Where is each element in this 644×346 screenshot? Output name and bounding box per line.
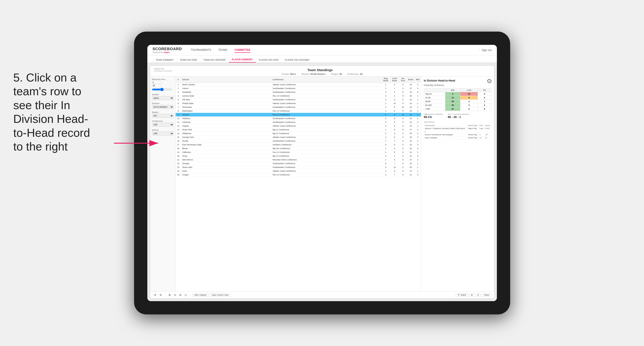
toolbar-btn-2[interactable]: ⊡ — [173, 293, 177, 297]
filter-gender: Gender: Men's — [282, 73, 296, 75]
tournament-row: 1 — [424, 130, 491, 133]
filter-conference-label: Conference: — [347, 73, 359, 75]
main-nav: TOURNAMENTS TEAMS COMMITTEE — [191, 47, 479, 53]
table-area: # School Conference Reg Rank Conf Rank N… — [176, 76, 421, 291]
school-filter-select[interactable]: (All) — [152, 132, 174, 136]
tournament-table: Tournament Event Type Pos Score Jackson … — [424, 124, 491, 139]
table-row[interactable]: 22 Georgia Southeastern Conference 8 7 9… — [176, 162, 421, 166]
table-row[interactable]: 1 North Carolina Atlantic Coast Conferen… — [176, 83, 421, 87]
tablet-screen: SCOREBOARD Powered by clippd TOURNAMENTS… — [147, 45, 497, 301]
table-row[interactable]: 18 Illinois Big Ten Conference 1 9 9 25 … — [176, 147, 421, 151]
standings-table: # School Conference Reg Rank Conf Rank N… — [176, 76, 421, 177]
toolbar-separator-2 — [190, 293, 190, 297]
region-filter-label: Region — [152, 111, 174, 113]
h2h-title: In Division Head-to-Head — [424, 79, 455, 82]
redo-button[interactable]: ↻ — [158, 293, 163, 297]
filter-gender-value[interactable]: Men's — [290, 73, 296, 75]
table-row[interactable]: 14 Oklahoma Big 12 Conference 5 9 9 26 2 — [176, 132, 421, 136]
division-filter-select[interactable]: NCAA Division I — [152, 105, 174, 109]
save-custom-view-button[interactable]: Save Custom View — [210, 293, 230, 297]
filter-division-value[interactable]: NCAA Division I — [310, 73, 326, 75]
filter-gender-section: Gender Men's — [152, 93, 174, 100]
toolbar-icon-btn-2[interactable]: ⊡ — [476, 293, 480, 297]
conference-filter-label: Conference — [152, 120, 174, 122]
table-row[interactable]: 5 Ole Miss Southeastern Conference 3 6 9… — [176, 98, 421, 102]
nav-teams[interactable]: TEAMS — [218, 47, 228, 53]
filter-bar: Gender: Men's Division: NCAA Division I … — [150, 72, 494, 76]
h2h-col-loss: Loss — [460, 88, 478, 92]
table-row[interactable]: 21 New Mexico Mountain West Conference 1… — [176, 158, 421, 162]
col-conf-rank: Conf Rank — [390, 76, 399, 83]
toolbar-btn-1[interactable]: ⊞ — [168, 293, 172, 297]
table-row[interactable]: 6 Florida State Atlantic Coast Conferenc… — [176, 102, 421, 105]
min-rounds-label: Minimum Rou... — [152, 78, 174, 80]
filter-min-rounds: Minimum Rou... – — [152, 78, 174, 91]
table-row[interactable]: 25 Oregon Pac-12 Conference 5 7 9 21 0 — [176, 173, 421, 177]
watch-button[interactable]: 👁 Watch — [456, 293, 468, 297]
h2h-grid-row: Top 10 3 13 0 — [424, 92, 491, 96]
view-original-button[interactable]: View: Original — [192, 293, 208, 297]
table-row[interactable]: 12 Virginia Atlantic Coast Conference 3 … — [176, 124, 421, 128]
table-row[interactable]: 10 Alabama Southeastern Conference 5 8 9… — [176, 117, 421, 120]
table-row[interactable]: 8 Washington Pac-12 Conference 2 8 9 23 … — [176, 109, 421, 113]
table-row[interactable]: 19 California Pac-12 Conference 4 8 9 24… — [176, 151, 421, 154]
h2h-panel: In Division Head-to-Head ✕ University of… — [421, 76, 494, 291]
toolbar-btn-4[interactable]: ◷ — [184, 293, 188, 297]
col-no-tour: No Tour — [399, 76, 407, 83]
sub-nav-player-h2h-heatmap[interactable]: PLAYER H2H HEATMAP — [282, 57, 312, 62]
filter-region-value[interactable]: All — [340, 73, 342, 75]
main-body: Update time: 27/03/2024 16:56:26 Team St… — [147, 63, 497, 301]
min-rounds-slider[interactable] — [152, 88, 172, 91]
conference-filter-select[interactable]: (All) — [152, 123, 174, 127]
region-filter-select[interactable]: N/A — [152, 114, 174, 118]
toolbar-icon-btn-1[interactable]: ⊞ — [470, 293, 474, 297]
filter-division-label: Division: — [301, 73, 310, 75]
undo-button[interactable]: ↺ — [153, 293, 157, 297]
table-row[interactable]: 20 Texas Big 12 Conference 3 7 9 20 0 — [176, 154, 421, 158]
tournament-row: Jackson T. Stephens Cup Men's Match-Play… — [424, 127, 491, 130]
tablet-frame: SCOREBOARD Powered by clippd TOURNAMENTS… — [134, 32, 510, 314]
left-filter-panel: Minimum Rou... – Gender Men's — [150, 76, 176, 291]
table-row[interactable]: 3 Vanderbilt Southeastern Conference 3 2… — [176, 90, 421, 94]
table-row[interactable]: 16 Florida Southeastern Conference 7 7 9… — [176, 139, 421, 143]
h2h-col-win: Win — [445, 88, 460, 92]
nav-tournaments[interactable]: TOURNAMENTS — [191, 47, 211, 53]
table-row[interactable]: 13 Texas Tech Big 12 Conference 1 9 9 27… — [176, 128, 421, 132]
col-reg-rank: Reg Rank — [382, 76, 390, 83]
division-filter-label: Division — [152, 102, 174, 105]
sub-nav: TEAM SUMMARY TEAM H2H GRID TEAM H2H HEAT… — [147, 55, 497, 63]
table-row[interactable]: 4 Arizona State Pac-12 Conference 4 3 9 … — [176, 94, 421, 98]
share-button[interactable]: Share — [482, 293, 491, 297]
tournament-row: Arizona Thunderbirds Intercollegiate Str… — [424, 133, 491, 136]
toolbar-btn-3[interactable]: ⊕ — [178, 293, 182, 297]
gender-filter-select[interactable]: Men's — [152, 96, 174, 100]
filter-gender-label: Gender: — [282, 73, 290, 75]
sub-nav-team-h2h-heatmap[interactable]: TEAM H2H HEATMAP — [200, 57, 229, 62]
table-row[interactable]: 23 Texas A&M Southeastern Conference 9 1… — [176, 166, 421, 169]
sign-out-link[interactable]: Sign out — [479, 49, 491, 52]
table-row[interactable]: 7 Tennessee Southeastern Conference 4 6 … — [176, 105, 421, 109]
table-row[interactable]: 2 Auburn Southeastern Conference 2 1 9 2… — [176, 87, 421, 90]
h2h-grid-row: 26-50 25 2 1 — [424, 100, 491, 103]
nav-committee[interactable]: COMMITTEE — [234, 47, 250, 53]
table-row[interactable]: 11 Arkansas Southeastern Conference 6 8 … — [176, 120, 421, 124]
table-row[interactable]: 9 Arizona Pac-12 Conference 5 5 10 23 3 — [176, 113, 421, 117]
min-rounds-max-input[interactable] — [152, 84, 161, 87]
min-rounds-input[interactable] — [152, 81, 161, 84]
toolbar: ↺ ↻ ⊞ ⊡ ⊕ ◷ View: Original Save Custom V… — [150, 291, 494, 298]
tournament-section-label: Tournament — [424, 121, 491, 123]
table-row[interactable]: 24 Duke Atlantic Coast Conference 5 9 9 … — [176, 169, 421, 173]
h2h-grid-row: 11-25 11 8 0 — [424, 96, 491, 100]
filter-conference-section: Conference (All) — [152, 120, 174, 127]
sub-nav-team-summary[interactable]: TEAM SUMMARY — [153, 57, 177, 62]
table-header-row: # School Conference Reg Rank Conf Rank N… — [176, 76, 421, 83]
sub-nav-player-summary[interactable]: PLAYER SUMMARY — [229, 57, 256, 62]
h2h-grid-row: 51-100 20 3 0 — [424, 103, 491, 107]
table-row[interactable]: 15 Georgia Tech Atlantic Coast Conferenc… — [176, 136, 421, 139]
h2h-close-button[interactable]: ✕ — [487, 79, 491, 83]
filter-conference-value[interactable]: All — [360, 73, 362, 75]
table-row[interactable]: 17 East Tennessee State Southern Confere… — [176, 143, 421, 147]
content-container: Update time: 27/03/2024 16:56:26 Team St… — [150, 66, 494, 299]
sub-nav-team-h2h-grid[interactable]: TEAM H2H GRID — [177, 57, 200, 62]
sub-nav-player-h2h-grid[interactable]: PLAYER H2H GRID — [256, 57, 282, 62]
